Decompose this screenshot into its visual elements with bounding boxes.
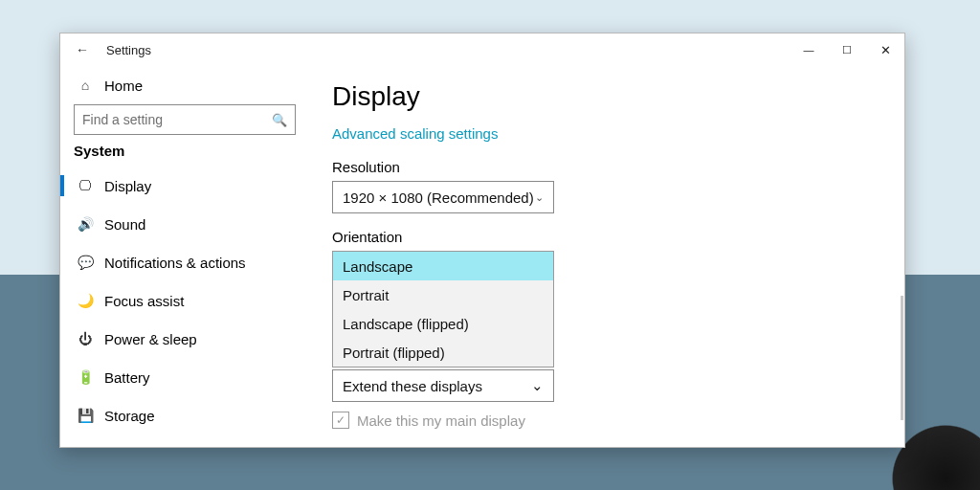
maximize-button[interactable]: ☐ — [828, 33, 866, 66]
sidebar-item-label: Display — [104, 178, 151, 194]
main-display-checkbox: ✓ Make this my main display — [332, 412, 904, 429]
sidebar-home-label: Home — [104, 78, 143, 94]
chevron-down-icon: ⌄ — [531, 377, 544, 394]
chevron-down-icon: ⌄ — [535, 191, 544, 204]
resolution-value: 1920 × 1080 (Recommended) — [343, 189, 535, 206]
sidebar-item-storage[interactable]: 💾 Storage — [60, 396, 309, 434]
window-title: Settings — [106, 43, 151, 57]
focus-assist-icon: 🌙 — [74, 293, 97, 308]
minimize-button[interactable]: — — [790, 33, 828, 66]
sidebar-item-sound[interactable]: 🔊 Sound — [60, 205, 309, 243]
orientation-option-landscape-flipped[interactable]: Landscape (flipped) — [333, 309, 553, 338]
storage-icon: 💾 — [74, 408, 97, 423]
multiple-displays-value: Extend these displays — [343, 378, 531, 394]
sound-icon: 🔊 — [74, 216, 97, 232]
search-placeholder: Find a setting — [82, 112, 272, 127]
multiple-displays-select[interactable]: Extend these displays ⌄ — [332, 369, 554, 402]
search-input[interactable]: Find a setting 🔍 — [74, 104, 296, 135]
search-icon: 🔍 — [272, 113, 287, 127]
orientation-option-portrait-flipped[interactable]: Portrait (flipped) — [333, 338, 553, 367]
sidebar-home[interactable]: ⌂ Home — [60, 66, 309, 104]
orientation-label: Orientation — [332, 229, 904, 245]
power-icon: ⏻ — [74, 331, 97, 346]
sidebar-item-label: Power & sleep — [104, 331, 197, 347]
titlebar: ← Settings — ☐ ✕ — [60, 33, 904, 66]
home-icon: ⌂ — [74, 78, 97, 93]
sidebar-category: System — [60, 141, 309, 167]
sidebar-item-label: Battery — [104, 369, 150, 386]
advanced-scaling-link[interactable]: Advanced scaling settings — [332, 125, 498, 142]
display-icon: 🖵 — [74, 178, 97, 193]
sidebar-item-label: Focus assist — [104, 293, 184, 309]
sidebar-item-power-sleep[interactable]: ⏻ Power & sleep — [60, 320, 309, 358]
orientation-option-landscape[interactable]: Landscape — [333, 252, 553, 280]
sidebar: ⌂ Home Find a setting 🔍 System 🖵 Display… — [60, 66, 309, 447]
page-title: Display — [332, 81, 904, 112]
close-button[interactable]: ✕ — [866, 33, 904, 66]
orientation-option-portrait[interactable]: Portrait — [333, 280, 553, 309]
resolution-label: Resolution — [332, 159, 904, 175]
sidebar-item-focus-assist[interactable]: 🌙 Focus assist — [60, 281, 309, 320]
notifications-icon: 💬 — [74, 255, 97, 270]
checkbox-icon: ✓ — [332, 412, 349, 429]
sidebar-item-battery[interactable]: 🔋 Battery — [60, 358, 309, 396]
battery-icon: 🔋 — [74, 369, 97, 385]
sidebar-item-label: Storage — [104, 408, 155, 424]
sidebar-item-display[interactable]: 🖵 Display — [60, 167, 309, 205]
main-display-label: Make this my main display — [357, 412, 525, 429]
scrollbar[interactable] — [901, 296, 903, 420]
sidebar-item-notifications[interactable]: 💬 Notifications & actions — [60, 243, 309, 281]
sidebar-item-label: Notifications & actions — [104, 255, 246, 271]
orientation-dropdown: Landscape Portrait Landscape (flipped) P… — [332, 251, 554, 368]
resolution-select[interactable]: 1920 × 1080 (Recommended) ⌄ — [332, 181, 554, 213]
sidebar-item-label: Sound — [104, 216, 145, 233]
settings-window: ← Settings — ☐ ✕ ⌂ Home Find a setting 🔍… — [59, 33, 905, 448]
back-button[interactable]: ← — [72, 42, 93, 57]
content-area: Display Advanced scaling settings Resolu… — [309, 66, 904, 447]
